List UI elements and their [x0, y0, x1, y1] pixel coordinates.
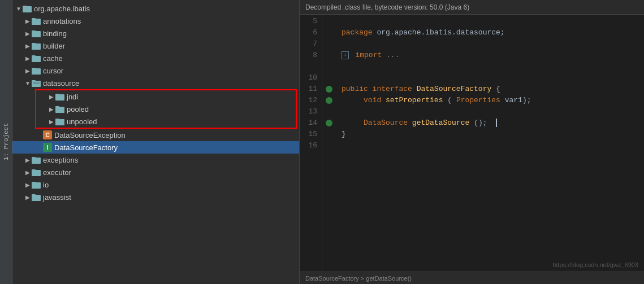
svg-rect-26 [32, 182, 36, 183]
breadcrumb-bar: DataSourceFactory > getDataSource() [300, 272, 644, 284]
svg-rect-7 [32, 43, 36, 45]
gutter-marker [326, 97, 332, 104]
sidebar-item-javassist[interactable]: javassist [12, 191, 299, 203]
code-header: Decompiled .class file, bytecode version… [300, 0, 644, 15]
decompile-notice: Decompiled .class file, bytecode version… [305, 3, 469, 11]
arrow-icon [47, 117, 55, 125]
svg-rect-5 [32, 30, 36, 32]
code-line [342, 72, 638, 84]
sidebar-item-builder[interactable]: builder [12, 40, 299, 52]
sidebar-vertical-tab[interactable]: 1: Project [0, 0, 12, 284]
code-line [342, 106, 638, 117]
code-line [342, 38, 638, 50]
svg-rect-28 [32, 194, 36, 196]
arrow-icon [24, 156, 32, 164]
sidebar: 1: Project org.apache.ibatis annotations [0, 0, 300, 284]
arrow-icon [24, 168, 32, 176]
item-label: datasource [43, 79, 79, 88]
gutter-marker [326, 120, 332, 126]
code-line: public interface DataSourceFactory { [342, 84, 638, 95]
svg-rect-24 [32, 169, 36, 171]
svg-rect-18 [55, 106, 59, 108]
code-line: void setProperties ( Properties var1); [342, 95, 638, 106]
sidebar-item-annotations[interactable]: annotations [12, 15, 299, 27]
svg-rect-14 [33, 82, 40, 84]
arrow-icon [24, 54, 32, 62]
item-label: DataSourceFactory [54, 143, 118, 152]
code-content: package org.apache.ibatis.datasource; + … [336, 15, 644, 272]
red-outline-section: jndi pooled unpooled [35, 89, 297, 129]
arrow-icon [24, 67, 32, 75]
svg-rect-20 [55, 119, 59, 120]
gutter [322, 15, 336, 272]
sidebar-item-datasource-factory[interactable]: I DataSourceFactory [12, 141, 299, 154]
item-label: cache [43, 54, 63, 63]
arrow-icon [47, 93, 55, 101]
svg-rect-9 [32, 55, 36, 57]
gutter-marker [326, 86, 332, 93]
sidebar-item-io[interactable]: io [12, 178, 299, 191]
arrow-icon [15, 5, 23, 12]
sidebar-item-datasource-exception[interactable]: C DataSourceException [12, 129, 299, 141]
sidebar-item-exceptions[interactable]: exceptions [12, 154, 299, 166]
code-line: + import ... [342, 50, 638, 61]
arrow-icon [24, 79, 32, 87]
sidebar-content: org.apache.ibatis annotations binding [12, 0, 299, 284]
svg-rect-1 [23, 6, 27, 7]
root-label: org.apache.ibatis [34, 5, 90, 13]
line-numbers: 5 6 7 8 10 11 12 13 14 15 16 [300, 15, 322, 272]
main-container: 1: Project org.apache.ibatis annotations [0, 0, 644, 284]
arrow-icon [24, 17, 32, 25]
item-label: builder [43, 42, 65, 50]
code-line: package org.apache.ibatis.datasource; [342, 27, 638, 38]
item-label: unpooled [67, 117, 97, 126]
arrow-icon [24, 193, 32, 201]
folder-icon [32, 54, 41, 63]
sidebar-item-cursor[interactable]: cursor [12, 64, 299, 77]
code-panel: Decompiled .class file, bytecode version… [300, 0, 644, 284]
svg-rect-16 [55, 94, 59, 95]
item-label: DataSourceException [54, 131, 126, 139]
code-line: DataSource getDataSource (); [342, 117, 638, 129]
arrow-icon [47, 105, 55, 113]
sidebar-item-jndi[interactable]: jndi [36, 90, 296, 103]
code-body[interactable]: 5 6 7 8 10 11 12 13 14 15 16 [300, 15, 644, 272]
item-label: annotations [43, 17, 81, 25]
sidebar-tab-label: 1: Project [3, 123, 10, 160]
sidebar-item-pooled[interactable]: pooled [36, 103, 296, 115]
breadcrumb: DataSourceFactory > getDataSource() [305, 275, 412, 282]
item-label: executor [43, 168, 71, 177]
svg-rect-13 [32, 80, 36, 82]
svg-rect-22 [32, 157, 36, 159]
sidebar-item-datasource[interactable]: datasource [12, 77, 299, 89]
item-label: javassist [43, 193, 71, 202]
code-line: } [342, 129, 638, 140]
code-line [342, 61, 638, 72]
item-label: io [43, 181, 49, 189]
folder-icon [32, 180, 41, 189]
folder-icon [32, 16, 41, 25]
folder-open-icon [32, 78, 41, 88]
folder-icon [32, 193, 41, 202]
arrow-icon [24, 181, 32, 189]
svg-rect-11 [32, 68, 36, 69]
folder-icon [55, 117, 64, 126]
code-line [342, 140, 638, 151]
folder-icon [32, 155, 41, 164]
tree-root[interactable]: org.apache.ibatis [12, 2, 299, 15]
item-label: binding [43, 29, 67, 38]
class-icon-orange: C [43, 130, 52, 139]
sidebar-item-cache[interactable]: cache [12, 52, 299, 64]
sidebar-item-binding[interactable]: binding [12, 27, 299, 40]
item-label: pooled [67, 105, 89, 113]
arrow-icon [24, 29, 32, 37]
folder-icon [32, 41, 41, 50]
arrow-icon [24, 42, 32, 50]
sidebar-item-unpooled[interactable]: unpooled [36, 115, 296, 128]
sidebar-item-executor[interactable]: executor [12, 166, 299, 178]
watermark: https://blog.csdn.net/gwz_6903 [552, 261, 638, 268]
folder-icon [23, 4, 32, 13]
folder-icon [55, 92, 64, 101]
item-label: jndi [67, 93, 78, 101]
folder-icon [32, 29, 41, 38]
